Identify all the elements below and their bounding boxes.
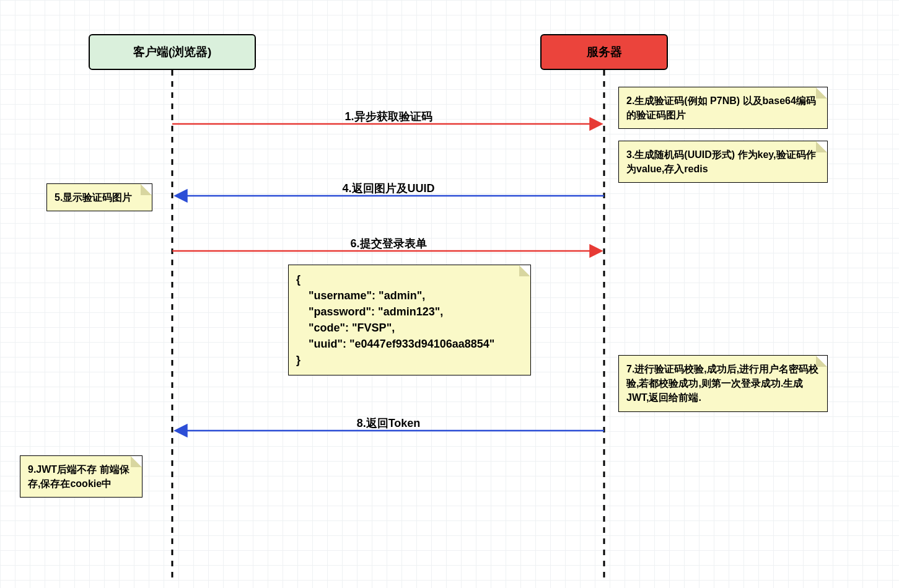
participant-client: 客户端(浏览器): [89, 34, 256, 70]
note-step2: 2.生成验证码(例如 P7NB) 以及base64编码的验证码图片: [618, 87, 828, 129]
label-m4: 4.返回图片及UUID: [342, 181, 434, 196]
label-m1: 1.异步获取验证码: [344, 109, 432, 124]
note-step3: 3.生成随机码(UUID形式) 作为key,验证码作为value,存入redis: [618, 141, 828, 183]
note-step5: 5.显示验证码图片: [46, 183, 152, 211]
note-step9: 9.JWT后端不存 前端保存,保存在cookie中: [20, 455, 143, 498]
label-m6: 6.提交登录表单: [350, 236, 426, 251]
participant-server: 服务器: [540, 34, 668, 70]
note-payload: { "username": "admin", "password": "admi…: [288, 265, 531, 375]
note-step7: 7.进行验证码校验,成功后,进行用户名密码校验,若都校验成功,则第一次登录成功.…: [618, 355, 828, 412]
label-m8: 8.返回Token: [357, 416, 421, 431]
